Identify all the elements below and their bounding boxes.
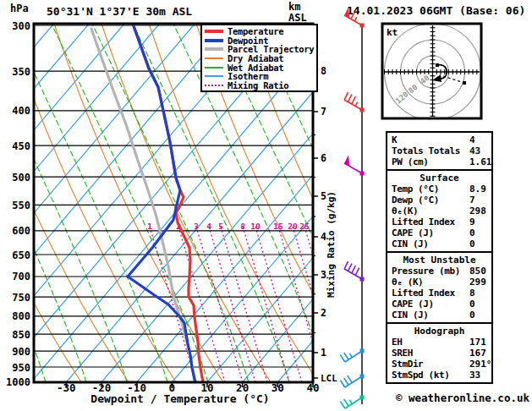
panel-row-label: Totals Totals — [392, 145, 469, 156]
wind-barb — [340, 396, 364, 408]
km-tick-label: 8 — [321, 65, 326, 77]
pressure-tick-label: 300 — [12, 20, 30, 32]
panel-row: CIN (J)0 — [387, 238, 491, 249]
panel-row: Temp (°C)8.9 — [387, 184, 491, 195]
panel-row: EH171 — [387, 337, 491, 348]
pressure-tick-label: 400 — [12, 105, 30, 117]
panel-row-label: CAPE (J) — [392, 299, 469, 310]
km-tick-label: 7 — [321, 106, 326, 118]
mixing-ratio-label: 3 — [194, 222, 199, 231]
legend-swatch-thin — [205, 67, 223, 68]
panel-row-label: θₑ(K) — [392, 206, 469, 216]
panel-row-value: 9 — [469, 216, 491, 227]
panel-row-value: 298 — [469, 206, 491, 216]
panel-row: Pressure (mb)850 — [387, 266, 491, 277]
panel-row-label: StmSpd (kt) — [392, 370, 469, 381]
pressure-tick-label: 850 — [12, 329, 30, 341]
legend-swatch-thin — [205, 58, 223, 59]
legend-item: Mixing Ratio — [202, 81, 316, 90]
panel-row-label: StmDir — [392, 359, 469, 370]
mixing-ratio-label: 8 — [240, 222, 245, 231]
panel-row-value: 0 — [469, 227, 491, 238]
pressure-tick-label: 1000 — [6, 376, 30, 388]
panel-row: StmSpd (kt)33 — [387, 370, 491, 381]
panel-row: SREH167 — [387, 348, 491, 359]
mixing-ratio-label: 4 — [206, 222, 211, 231]
stats-panel: K4Totals Totals43PW (cm)1.61SurfaceTemp … — [386, 131, 493, 384]
panel-row: K4 — [387, 134, 491, 145]
mixing-ratio-label: 5 — [218, 222, 223, 231]
panel-row-label: Lifted Index — [392, 216, 469, 227]
wind-barb — [340, 375, 364, 387]
km-tick-label: 1 — [321, 347, 326, 359]
panel-row: CIN (J)0 — [387, 310, 491, 321]
mixing-ratio-label: 25 — [299, 222, 310, 231]
panel-row-value: 8 — [469, 288, 491, 299]
wind-barb — [344, 7, 364, 27]
wind-barb — [344, 92, 364, 112]
hodograph-plot: 4080120kt — [382, 24, 481, 120]
panel-row: θₑ (K)299 — [387, 277, 491, 288]
panel-row: Lifted Index8 — [387, 288, 491, 299]
legend-swatch-thick — [205, 39, 223, 42]
panel-row-value: 0 — [469, 310, 491, 321]
lcl-label: LCL — [321, 373, 337, 384]
pressure-tick-label: 950 — [12, 362, 30, 374]
panel-row-value: 1.61 — [469, 156, 492, 167]
panel-box-title: Hodograph — [387, 326, 491, 337]
panel-row-value: 850 — [469, 266, 491, 277]
pressure-tick-label: 500 — [12, 172, 30, 184]
panel-row-label: K — [392, 134, 469, 145]
mixing-ratio-label: 15 — [273, 222, 283, 231]
panel-row: Dewp (°C)7 — [387, 195, 491, 206]
panel-row: Lifted Index9 — [387, 216, 491, 227]
panel-row-value: 291° — [469, 359, 492, 370]
panel-row-label: Temp (°C) — [392, 184, 469, 195]
panel-row-value: 299 — [469, 277, 491, 288]
mixing-ratio-axis-label: Mixing Ratio (g/kg) — [326, 191, 337, 298]
panel-row-label: PW (cm) — [392, 156, 469, 167]
pressure-tick-label: 450 — [12, 140, 30, 152]
panel-row-value: 171 — [469, 337, 491, 348]
chart-legend: TemperatureDewpointParcel TrajectoryDry … — [200, 24, 318, 92]
wind-barb — [340, 349, 364, 362]
panel-row: CAPE (J)0 — [387, 299, 491, 310]
km-tick-label: 6 — [321, 152, 326, 164]
panel-row-value: 167 — [469, 348, 491, 359]
wind-barb — [344, 155, 364, 175]
panel-row-value: 8.9 — [469, 184, 491, 195]
mixing-ratio-label: 1 — [147, 222, 152, 231]
panel-row: CAPE (J)0 — [387, 227, 491, 238]
panel-row-value: 0 — [469, 299, 491, 310]
pressure-tick-label: 350 — [12, 66, 30, 78]
wind-barb-column — [340, 7, 364, 408]
panel-row-value: 4 — [469, 134, 491, 145]
panel-row-label: Lifted Index — [392, 288, 469, 299]
mixing-ratio-label: 20 — [288, 222, 298, 231]
legend-swatch-thick — [205, 47, 223, 51]
panel-row: θₑ(K)298 — [387, 206, 491, 216]
panel-row: PW (cm)1.61 — [387, 156, 491, 167]
legend-swatch-thick — [205, 30, 223, 33]
panel-row-label: Dewp (°C) — [392, 195, 469, 206]
panel-box-surface: SurfaceTemp (°C)8.9Dewp (°C)7θₑ(K)298Lif… — [386, 169, 493, 253]
pressure-tick-label: 800 — [12, 310, 30, 322]
panel-row-value: 7 — [469, 195, 491, 206]
pressure-tick-label: 600 — [12, 225, 30, 237]
pressure-tick-label: 650 — [12, 249, 30, 261]
panel-row-value: 43 — [469, 145, 491, 156]
panel-row-value: 33 — [469, 370, 491, 381]
pressure-tick-label: 550 — [12, 200, 30, 211]
hodograph-unit-label: kt — [387, 27, 398, 38]
panel-box-most-unstable: Most UnstablePressure (mb)850θₑ (K)299Li… — [386, 251, 493, 324]
panel-row-label: θₑ (K) — [392, 277, 469, 288]
dewpoint-curve — [128, 24, 195, 382]
pressure-tick-label: 750 — [12, 292, 30, 304]
panel-box-title: Surface — [387, 173, 491, 184]
panel-row-label: EH — [392, 337, 469, 348]
legend-swatch-thin — [205, 75, 223, 77]
panel-row-label: CAPE (J) — [392, 227, 469, 238]
pressure-tick-label: 900 — [12, 346, 30, 358]
panel-row-label: CIN (J) — [392, 310, 469, 321]
legend-swatch-dotted — [205, 85, 223, 86]
